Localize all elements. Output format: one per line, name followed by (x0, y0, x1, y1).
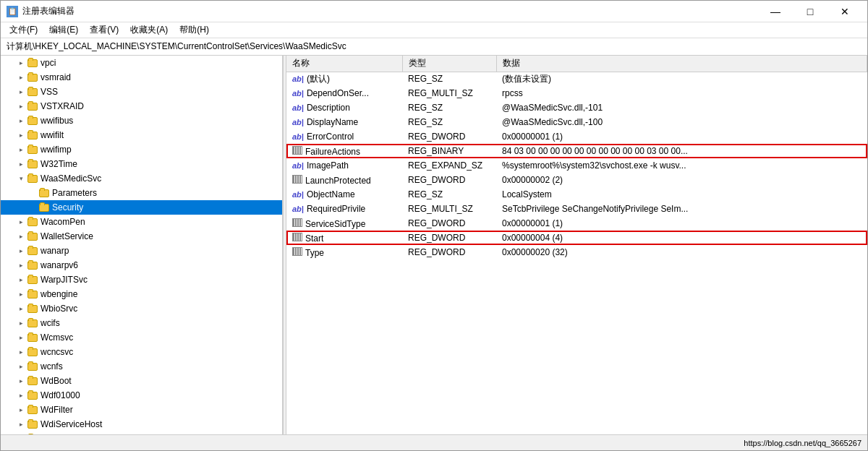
col-header-type[interactable]: 类型 (402, 56, 496, 72)
table-row[interactable]: ab|DependOnSer...REG_MULTI_SZrpcss (286, 86, 867, 100)
reg-type-icon (292, 175, 302, 184)
tree-expand-icon[interactable]: ▸ (15, 259, 27, 271)
tree-item-label: wwifibus (41, 116, 73, 126)
tree-expand-icon[interactable]: ▸ (15, 317, 27, 329)
reg-name-cell: ab|RequiredPrivile (286, 202, 402, 216)
tree-expand-icon[interactable]: ▾ (15, 173, 27, 184)
tree-expand-icon[interactable]: ▸ (15, 158, 27, 170)
tree-expand-icon[interactable]: ▸ (15, 274, 27, 285)
tree-item-vsmraid[interactable]: ▸vsmraid (1, 70, 282, 85)
folder-icon (27, 304, 38, 314)
tree-item-VSTXRAID[interactable]: ▸VSTXRAID (1, 99, 282, 113)
tree-expand-icon[interactable]: ▸ (15, 245, 27, 257)
tree-item-wanarpv6[interactable]: ▸wanarpv6 (1, 258, 282, 272)
tree-expand-icon[interactable]: ▸ (15, 216, 27, 228)
tree-expand-icon[interactable]: ▸ (15, 404, 27, 416)
tree-expand-icon[interactable]: ▸ (15, 303, 27, 314)
tree-item-wanarp[interactable]: ▸wanarp (1, 244, 282, 258)
tree-item-WalletService[interactable]: ▸WalletService (1, 229, 282, 244)
tree-expand-icon[interactable]: ▸ (15, 288, 27, 300)
reg-name-cell: Type (286, 245, 402, 259)
registry-table-container[interactable]: 名称 类型 数据 ab|(默认)REG_SZ(数值未设置)ab|DependOn… (286, 56, 867, 434)
tree-expand-icon[interactable]: ▸ (15, 57, 27, 69)
menu-item[interactable]: 帮助(H) (174, 22, 215, 38)
table-row[interactable]: LaunchProtectedREG_DWORD0x00000002 (2) (286, 173, 867, 187)
reg-type-icon: ab| (292, 118, 304, 126)
tree-item-label: vsmraid (41, 72, 71, 82)
tree-expand-icon[interactable]: ▸ (15, 361, 27, 372)
tree-expand-icon[interactable]: ▸ (15, 418, 27, 430)
tree-expand-icon[interactable]: ▸ (15, 72, 27, 83)
tree-item-vpci[interactable]: ▸vpci (1, 56, 282, 70)
tree-expand-icon[interactable]: ▸ (15, 144, 27, 155)
col-header-data[interactable]: 数据 (496, 56, 867, 72)
tree-expand-icon[interactable] (27, 202, 38, 213)
table-row[interactable]: ab|RequiredPrivileREG_MULTI_SZSeTcbPrivi… (286, 202, 867, 216)
table-row[interactable]: ab|DisplayNameREG_SZ@WaaSMedicSvc.dll,-1… (286, 115, 867, 129)
tree-item-WarpJITSvc[interactable]: ▸WarpJITSvc (1, 272, 282, 287)
tree-item-wcncsvc[interactable]: ▸wcncsvc (1, 345, 282, 359)
tree-item-Wdf01000[interactable]: ▸Wdf01000 (1, 388, 282, 403)
folder-icon (27, 318, 38, 328)
table-row[interactable]: ab|ObjectNameREG_SZLocalSystem (286, 187, 867, 202)
table-row[interactable]: ab|ImagePathREG_EXPAND_SZ%systemroot%\sy… (286, 158, 867, 173)
table-row[interactable]: StartREG_DWORD0x00000004 (4) (286, 231, 867, 245)
tree-item-WdFilter[interactable]: ▸WdFilter (1, 403, 282, 417)
tree-expand-icon[interactable]: ▸ (15, 115, 27, 126)
tree-item-wwifilt[interactable]: ▸wwifilt (1, 128, 282, 142)
tree-item-wcifs[interactable]: ▸wcifs (1, 316, 282, 330)
folder-icon (27, 130, 38, 140)
menu-item[interactable]: 文件(F) (4, 22, 43, 38)
tree-item-label: wcncsvc (41, 347, 73, 357)
close-button[interactable]: ✕ (828, 1, 861, 22)
tree-item-WbioSrvc[interactable]: ▸WbioSrvc (1, 301, 282, 316)
tree-expand-icon[interactable]: ▸ (15, 86, 27, 98)
tree-item-label: Security (52, 202, 83, 212)
tree-expand-icon[interactable]: ▸ (15, 390, 27, 401)
reg-type-cell: REG_DWORD (402, 231, 496, 245)
tree-item-label: WacomPen (41, 217, 85, 227)
tree-item-W32Time[interactable]: ▸W32Time (1, 157, 282, 171)
tree-expand-icon[interactable]: ▸ (15, 100, 27, 112)
maximize-button[interactable]: □ (793, 1, 827, 22)
table-row[interactable]: ab|ErrorControlREG_DWORD0x00000001 (1) (286, 129, 867, 144)
tree-expand-icon[interactable]: ▸ (15, 231, 27, 242)
table-row[interactable]: TypeREG_DWORD0x00000020 (32) (286, 245, 867, 259)
tree-item-Security[interactable]: Security (1, 200, 282, 215)
reg-name-text: ServiceSidType (305, 219, 365, 229)
table-row[interactable]: ab|DescriptionREG_SZ@WaaSMedicSvc.dll,-1… (286, 100, 867, 115)
tree-expand-icon[interactable]: ▸ (15, 129, 27, 141)
table-row[interactable]: ab|(默认)REG_SZ(数值未设置) (286, 72, 867, 86)
window-title: 注册表编辑器 (22, 5, 759, 17)
tree-item-wbengine[interactable]: ▸wbengine (1, 287, 282, 301)
tree-expand-icon[interactable] (27, 187, 38, 199)
tree-item-wcnfs[interactable]: ▸wcnfs (1, 359, 282, 374)
reg-data-cell: 0x00000004 (4) (496, 231, 867, 245)
col-header-name[interactable]: 名称 (286, 56, 402, 72)
menu-item[interactable]: 收藏夹(A) (124, 22, 174, 38)
tree-item-WacomPen[interactable]: ▸WacomPen (1, 215, 282, 229)
tree-item-WaaSMedicSvc[interactable]: ▾WaaSMedicSvc (1, 171, 282, 186)
tree-scroll[interactable]: ▸vpci▸vsmraid▸VSS▸VSTXRAID▸wwifibus▸wwif… (1, 56, 282, 434)
tree-item-wwifibus[interactable]: ▸wwifibus (1, 113, 282, 128)
tree-item-label: Parameters (52, 188, 97, 198)
registry-editor-window: 📋 注册表编辑器 — □ ✕ 文件(F)编辑(E)查看(V)收藏夹(A)帮助(H… (0, 0, 868, 451)
minimize-button[interactable]: — (759, 1, 792, 22)
tree-item-Wcmsvc[interactable]: ▸Wcmsvc (1, 330, 282, 345)
tree-item-WdiServiceHost[interactable]: ▸WdiServiceHost (1, 417, 282, 431)
folder-icon (27, 347, 38, 357)
tree-item-VSS[interactable]: ▸VSS (1, 85, 282, 99)
tree-item-wwifimp[interactable]: ▸wwifimp (1, 142, 282, 157)
table-row[interactable]: FailureActionsREG_BINARY84 03 00 00 00 0… (286, 144, 867, 158)
folder-icon (27, 275, 38, 285)
tree-item-WdBoot[interactable]: ▸WdBoot (1, 374, 282, 388)
tree-expand-icon[interactable]: ▸ (15, 375, 27, 387)
tree-item-Parameters[interactable]: Parameters (1, 186, 282, 200)
table-row[interactable]: ServiceSidTypeREG_DWORD0x00000001 (1) (286, 216, 867, 231)
menu-item[interactable]: 查看(V) (84, 22, 124, 38)
tree-expand-icon[interactable]: ▸ (15, 332, 27, 343)
tree-item-label: wwifilt (41, 130, 64, 140)
menu-item[interactable]: 编辑(E) (43, 22, 84, 38)
main-content: ▸vpci▸vsmraid▸VSS▸VSTXRAID▸wwifibus▸wwif… (1, 56, 867, 434)
tree-expand-icon[interactable]: ▸ (15, 346, 27, 358)
